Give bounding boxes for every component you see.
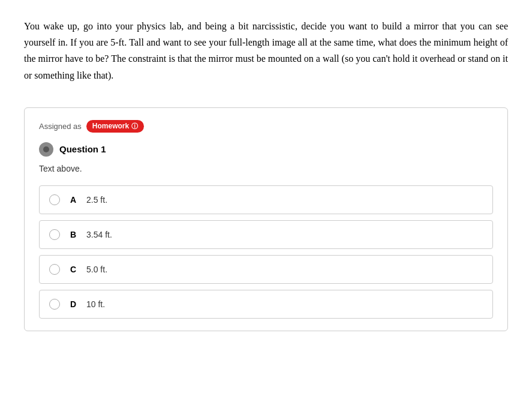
option-letter-b: B xyxy=(68,230,78,239)
radio-circle-b[interactable] xyxy=(49,229,60,240)
question-title: Question 1 xyxy=(59,144,106,154)
answer-option-d[interactable]: D10 ft. xyxy=(39,290,493,319)
option-text-a: 2.5 ft. xyxy=(86,195,107,205)
radio-circle-c[interactable] xyxy=(49,264,60,275)
option-letter-a: A xyxy=(68,195,78,205)
passage-text: You wake up, go into your physics lab, a… xyxy=(24,18,508,83)
question-card: Assigned as Homework ⓘ Question 1 Text a… xyxy=(24,107,508,331)
assigned-row: Assigned as Homework ⓘ xyxy=(39,120,493,133)
question-header: Question 1 xyxy=(39,142,493,157)
info-icon: ⓘ xyxy=(131,122,138,131)
option-letter-d: D xyxy=(68,299,78,309)
answer-option-b[interactable]: B3.54 ft. xyxy=(39,220,493,249)
homework-badge[interactable]: Homework ⓘ xyxy=(86,120,144,133)
answer-options-list: A2.5 ft.B3.54 ft.C5.0 ft.D10 ft. xyxy=(39,185,493,319)
option-text-c: 5.0 ft. xyxy=(86,265,107,274)
answer-option-a[interactable]: A2.5 ft. xyxy=(39,185,493,214)
option-text-b: 3.54 ft. xyxy=(86,230,112,239)
homework-badge-label: Homework xyxy=(92,122,129,130)
option-text-d: 10 ft. xyxy=(86,299,105,309)
question-icon-inner xyxy=(43,146,49,152)
radio-circle-d[interactable] xyxy=(49,299,60,310)
answer-option-c[interactable]: C5.0 ft. xyxy=(39,255,493,284)
radio-circle-a[interactable] xyxy=(49,194,60,205)
text-above: Text above. xyxy=(39,164,493,173)
assigned-label: Assigned as xyxy=(39,122,82,131)
option-letter-c: C xyxy=(68,265,78,274)
question-icon xyxy=(39,142,53,157)
